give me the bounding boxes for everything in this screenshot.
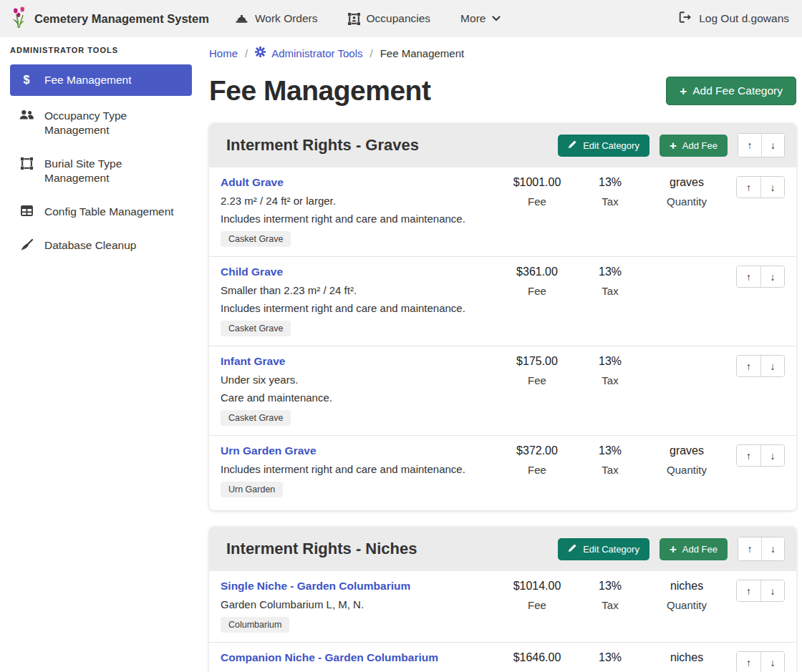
fee-amount-cell: $361.00 Fee <box>501 264 573 336</box>
app-brand[interactable]: Cemetery Management System <box>10 6 209 31</box>
move-fee-down-button[interactable]: ↓ <box>760 356 784 376</box>
fee-amount-cell: $1014.00 Fee <box>501 578 573 633</box>
quantity-cell: graves Quantity <box>647 175 726 247</box>
fee-row: Companion Niche - Garden Columbarium Gar… <box>209 642 796 672</box>
tax-cell: 13% Tax <box>573 443 647 497</box>
move-category-down-button[interactable]: ↓ <box>761 134 784 157</box>
nav-work-orders[interactable]: Work Orders <box>235 12 318 25</box>
add-fee-label: Add Fee <box>682 544 718 555</box>
move-fee-up-button[interactable]: ↑ <box>737 266 760 287</box>
fee-descriptions: Under six years.Care and maintenance. <box>221 374 501 404</box>
fee-row: Urn Garden Grave Includes interment righ… <box>209 435 796 507</box>
fee-amount: $361.00 <box>501 266 573 278</box>
sidebar-item-burial-site-type[interactable]: Burial Site Type Management <box>10 150 192 192</box>
sidebar-item-database-cleanup[interactable]: Database Cleanup <box>10 232 192 259</box>
tax-amount: 13% <box>573 266 647 278</box>
fee-label: Fee <box>501 285 573 297</box>
move-fee-up-button[interactable]: ↑ <box>737 356 760 376</box>
arrow-up-icon: ↑ <box>746 361 751 372</box>
move-fee-down-button[interactable]: ↓ <box>760 652 784 672</box>
sidebar-item-occupancy-type[interactable]: Occupancy Type Management <box>10 102 192 144</box>
tax-amount: 13% <box>573 176 647 189</box>
nav-more[interactable]: More <box>460 12 501 25</box>
fee-name-link[interactable]: Companion Niche - Garden Columbarium <box>221 650 438 664</box>
sidebar-item-label: Database Cleanup <box>44 238 136 253</box>
fee-reorder-group: ↑ ↓ <box>736 444 785 467</box>
arrow-down-icon: ↓ <box>770 361 776 372</box>
fee-badge: Urn Garden <box>221 482 283 497</box>
fee-amount-cell: $372.00 Fee <box>501 443 573 497</box>
arrow-up-icon: ↑ <box>748 140 753 151</box>
tax-cell: 13% Tax <box>573 650 647 672</box>
vector-square-icon <box>19 157 34 170</box>
quantity-cell: graves Quantity <box>647 443 726 497</box>
category-body: Single Niche - Garden Columbarium Garden… <box>209 571 796 672</box>
fee-description: Under six years. <box>221 374 501 386</box>
tulip-logo-icon <box>10 6 29 31</box>
fee-name-link[interactable]: Adult Grave <box>221 175 284 189</box>
add-fee-button[interactable]: + Add Fee <box>660 135 728 157</box>
move-fee-up-button[interactable]: ↑ <box>737 652 760 672</box>
arrow-down-icon: ↓ <box>770 182 776 193</box>
breadcrumb-separator: / <box>245 47 248 59</box>
fee-reorder-group: ↑ ↓ <box>736 266 785 288</box>
main-content: Home / Administrator Tools / Fee Managem… <box>200 37 802 672</box>
tax-label: Tax <box>573 464 647 476</box>
tax-label: Tax <box>573 285 647 297</box>
move-category-up-button[interactable]: ↑ <box>738 537 761 560</box>
category-reorder-group: ↑ ↓ <box>738 537 785 561</box>
fee-name-link[interactable]: Single Niche - Garden Columbarium <box>221 578 410 593</box>
breadcrumb-separator: / <box>369 47 372 59</box>
add-fee-button[interactable]: + Add Fee <box>660 538 728 560</box>
fee-description: 2.23 m² / 24 ft² or larger. <box>221 195 501 207</box>
tax-cell: 13% Tax <box>573 354 647 426</box>
quantity-label: Quantity <box>647 195 726 208</box>
fee-amount: $1001.00 <box>501 176 573 189</box>
fee-name-link[interactable]: Infant Grave <box>221 354 285 368</box>
fee-reorder-group: ↑ ↓ <box>736 176 785 198</box>
category-header: Interment Rights - Niches Edit Category … <box>209 527 796 571</box>
breadcrumb-home-link[interactable]: Home <box>209 47 238 59</box>
tax-amount: 13% <box>573 355 647 368</box>
fee-label: Fee <box>501 464 573 476</box>
fee-description: Care and maintenance. <box>221 391 501 404</box>
fee-category-card: Interment Rights - Graves Edit Category … <box>209 123 796 510</box>
move-fee-down-button[interactable]: ↓ <box>760 445 784 466</box>
plus-icon: + <box>680 85 687 97</box>
sidebar-item-label: Fee Management <box>44 73 132 87</box>
page-title: Fee Management <box>209 75 430 107</box>
nav-occupancies[interactable]: Occupancies <box>348 12 431 25</box>
fee-name-link[interactable]: Child Grave <box>221 264 283 278</box>
move-fee-up-button[interactable]: ↑ <box>737 445 760 466</box>
fee-name-link[interactable]: Urn Garden Grave <box>221 443 317 457</box>
frame-user-icon <box>348 13 360 25</box>
tax-cell: 13% Tax <box>573 578 647 633</box>
logout-button[interactable]: Log Out d.gowans <box>679 11 789 26</box>
breadcrumb-admin-tools-link[interactable]: Administrator Tools <box>255 47 362 59</box>
move-fee-up-button[interactable]: ↑ <box>737 177 760 198</box>
fee-description: Garden Columbarium L, M, N. <box>221 598 501 610</box>
fee-amount-cell: $1001.00 Fee <box>501 175 573 247</box>
quantity-value: niches <box>647 651 726 664</box>
move-fee-up-button[interactable]: ↑ <box>737 580 760 601</box>
tax-cell: 13% Tax <box>573 264 647 336</box>
quantity-value: graves <box>647 444 726 457</box>
breadcrumb-admin-tools-label: Administrator Tools <box>271 47 362 59</box>
sidebar-item-fee-management[interactable]: $ Fee Management <box>10 64 192 96</box>
category-body: Adult Grave 2.23 m² / 24 ft² or larger.I… <box>209 167 796 510</box>
move-fee-down-button[interactable]: ↓ <box>760 177 784 198</box>
nav-work-orders-label: Work Orders <box>255 12 318 25</box>
pencil-icon <box>568 543 577 555</box>
edit-category-button[interactable]: Edit Category <box>558 538 649 560</box>
edit-category-label: Edit Category <box>583 544 639 555</box>
edit-category-button[interactable]: Edit Category <box>558 135 649 157</box>
move-fee-down-button[interactable]: ↓ <box>760 266 784 287</box>
fee-amount: $372.00 <box>501 444 573 457</box>
move-category-up-button[interactable]: ↑ <box>738 134 761 157</box>
sidebar-item-config-table[interactable]: Config Table Management <box>10 198 192 225</box>
move-category-down-button[interactable]: ↓ <box>761 537 784 560</box>
move-fee-down-button[interactable]: ↓ <box>760 580 784 601</box>
add-fee-category-button[interactable]: + Add Fee Category <box>666 77 796 105</box>
logout-label: Log Out d.gowans <box>699 12 789 25</box>
fee-main: Child Grave Smaller than 2.23 m² / 24 ft… <box>221 264 501 336</box>
